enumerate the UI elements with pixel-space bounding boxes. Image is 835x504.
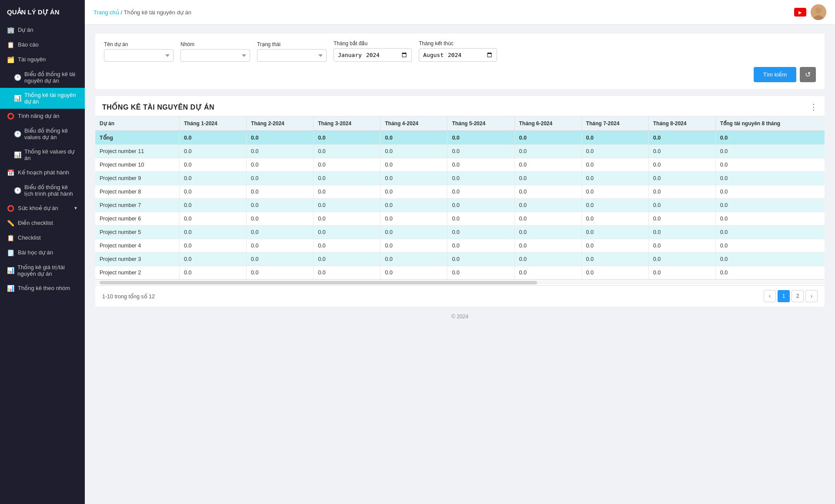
sidebar-item-dien-checklist[interactable]: ✏️ Điền checklist: [0, 216, 85, 230]
cell-0-1: 0.0: [247, 145, 314, 158]
total-val-2: 0.0: [314, 131, 381, 145]
resource-table: Dự án Tháng 1-2024 Tháng 2-2024 Tháng 3-…: [95, 117, 825, 280]
pagination-next[interactable]: ›: [805, 290, 818, 302]
sidebar-item-bieu-do-tai-nguyen[interactable]: 🕐 Biểu đồ thống kê tài nguyên dự án: [0, 67, 85, 88]
app-title: QUẢN LÝ DỰ ÁN: [0, 0, 85, 23]
project-name: Project number 8: [95, 185, 179, 199]
sidebar-item-checklist[interactable]: 📋 Checklist: [0, 230, 85, 245]
pagination-controls: ‹ 1 2 ›: [764, 290, 818, 302]
cell-3-5: 0.0: [514, 185, 581, 199]
table-row: Project number 100.00.00.00.00.00.00.00.…: [95, 158, 825, 172]
filter-ten-du-an-label: Tên dự án: [104, 41, 174, 47]
breadcrumb-home[interactable]: Trang chủ: [94, 9, 119, 16]
cell-4-6: 0.0: [581, 199, 648, 212]
sidebar-label-thong-ke-nhom: Thống kê theo nhóm: [18, 285, 70, 291]
breadcrumb: Trang chủ / Thống kê tài nguyên dự án: [94, 9, 191, 16]
pagination-info: 1-10 trong tổng số 12: [102, 293, 155, 300]
avatar[interactable]: [811, 4, 826, 20]
cell-7-0: 0.0: [179, 239, 246, 253]
cell-5-4: 0.0: [448, 212, 514, 226]
cell-4-1: 0.0: [247, 199, 314, 212]
sidebar-item-thong-ke-values[interactable]: 📊 Thống kê values dự án: [0, 144, 85, 165]
cell-7-1: 0.0: [247, 239, 314, 253]
search-button[interactable]: Tìm kiếm: [754, 67, 796, 82]
sidebar-item-thong-ke-tai-nguyen[interactable]: 📊 Thống kê tài nguyên dự án: [0, 88, 85, 109]
sidebar-item-bao-cao[interactable]: 📋 Báo cáo: [0, 37, 85, 52]
project-name: Project number 5: [95, 226, 179, 239]
youtube-icon[interactable]: [794, 8, 806, 17]
cell-8-6: 0.0: [581, 253, 648, 266]
table-row: Project number 30.00.00.00.00.00.00.00.0…: [95, 253, 825, 266]
sidebar-label-bieu-do-lich-trinh: Biểu đồ thống kê lịch trình phát hành: [24, 184, 78, 197]
project-name: Project number 10: [95, 158, 179, 172]
sidebar-item-bieu-do-values[interactable]: 🕐 Biểu đồ thống kê values dự án: [0, 123, 85, 144]
pagination-prev[interactable]: ‹: [764, 290, 776, 302]
cell-2-7: 0.0: [648, 172, 715, 185]
cell-0-3: 0.0: [381, 145, 448, 158]
cell-5-0: 0.0: [179, 212, 246, 226]
sidebar-item-tinh-nang[interactable]: ⭕ Tính năng dự án: [0, 109, 85, 123]
cell-9-6: 0.0: [581, 266, 648, 280]
cell-2-6: 0.0: [581, 172, 648, 185]
sidebar-item-thong-ke-gia-tri[interactable]: 📊 Thống kê giá trị/tài nguyên dự án: [0, 260, 85, 281]
sidebar-label-dien-checklist: Điền checklist: [18, 220, 53, 226]
filter-ten-du-an: Tên dự án: [104, 41, 174, 62]
cell-8-5: 0.0: [514, 253, 581, 266]
cell-9-4: 0.0: [448, 266, 514, 280]
filter-ten-du-an-select[interactable]: [104, 49, 174, 62]
table-row: Project number 110.00.00.00.00.00.00.00.…: [95, 145, 825, 158]
filter-thang-ket-thuc-label: Tháng kết thúc: [419, 40, 497, 47]
clock-icon-2: 🕐: [14, 130, 21, 137]
table-title: THỐNG KÊ TÀI NGUYÊN DỰ ÁN: [102, 103, 214, 111]
reset-button[interactable]: ↺: [800, 67, 816, 82]
filter-nhom-label: Nhóm: [180, 41, 250, 47]
col-tong: Tổng tài nguyên 8 tháng: [715, 117, 825, 131]
cell-1-8: 0.0: [715, 158, 825, 172]
cell-7-4: 0.0: [448, 239, 514, 253]
sidebar-item-du-an[interactable]: 🏢 Dự án: [0, 23, 85, 37]
cell-5-1: 0.0: [247, 212, 314, 226]
col-thang5: Tháng 5-2024: [448, 117, 514, 131]
cell-0-5: 0.0: [514, 145, 581, 158]
pagination-page-2[interactable]: 2: [792, 290, 804, 302]
sidebar-label-tai-nguyen: Tài nguyên: [18, 56, 46, 63]
total-val-1: 0.0: [247, 131, 314, 145]
filter-nhom-select[interactable]: [180, 49, 250, 62]
sidebar-item-tai-nguyen[interactable]: 🗂️ Tài nguyên: [0, 52, 85, 67]
pagination-page-1[interactable]: 1: [778, 290, 790, 302]
building-icon: 🏢: [7, 27, 14, 33]
cell-4-3: 0.0: [381, 199, 448, 212]
table-head: Dự án Tháng 1-2024 Tháng 2-2024 Tháng 3-…: [95, 117, 825, 131]
sidebar-item-suc-khoe[interactable]: ⭕ Sức khoẻ dự án ▼: [0, 201, 85, 216]
reset-icon: ↺: [805, 70, 811, 79]
filter-thang-ket-thuc-input[interactable]: [419, 48, 497, 62]
table-menu-icon[interactable]: ⋮: [810, 102, 818, 112]
cell-8-7: 0.0: [648, 253, 715, 266]
cell-6-1: 0.0: [247, 226, 314, 239]
project-name: Project number 11: [95, 145, 179, 158]
sidebar-item-bieu-do-lich-trinh[interactable]: 🕐 Biểu đồ thống kê lịch trình phát hành: [0, 180, 85, 201]
svg-point-1: [815, 7, 822, 13]
filter-fields: Tên dự án Nhóm Trạng thái: [104, 40, 816, 62]
cell-9-1: 0.0: [247, 266, 314, 280]
calendar-icon: 📅: [7, 169, 14, 176]
cell-3-1: 0.0: [247, 185, 314, 199]
cell-5-3: 0.0: [381, 212, 448, 226]
chart-icon-3: 📊: [7, 267, 14, 274]
footer-text: © 2024: [451, 314, 468, 320]
content-area: Tên dự án Nhóm Trạng thái: [85, 25, 835, 504]
col-thang8: Tháng 8-2024: [648, 117, 715, 131]
chart-icon-2: 📊: [14, 151, 21, 158]
filter-thang-bat-dau-input[interactable]: [334, 48, 412, 62]
filter-trang-thai-select[interactable]: [257, 49, 327, 62]
cell-4-0: 0.0: [179, 199, 246, 212]
chart-icon-4: 📊: [7, 285, 14, 292]
table-row: Project number 40.00.00.00.00.00.00.00.0…: [95, 239, 825, 253]
sidebar-item-ke-hoach[interactable]: 📅 Kế hoạch phát hành: [0, 165, 85, 180]
sidebar-item-thong-ke-nhom[interactable]: 📊 Thống kê theo nhóm: [0, 281, 85, 296]
filter-actions: Tìm kiếm ↺: [104, 67, 816, 82]
total-val-6: 0.0: [581, 131, 648, 145]
main-content: Trang chủ / Thống kê tài nguyên dự án Tê…: [85, 0, 835, 504]
project-name: Project number 6: [95, 212, 179, 226]
sidebar-item-bai-hoc[interactable]: 🗒️ Bài học dự án: [0, 245, 85, 260]
